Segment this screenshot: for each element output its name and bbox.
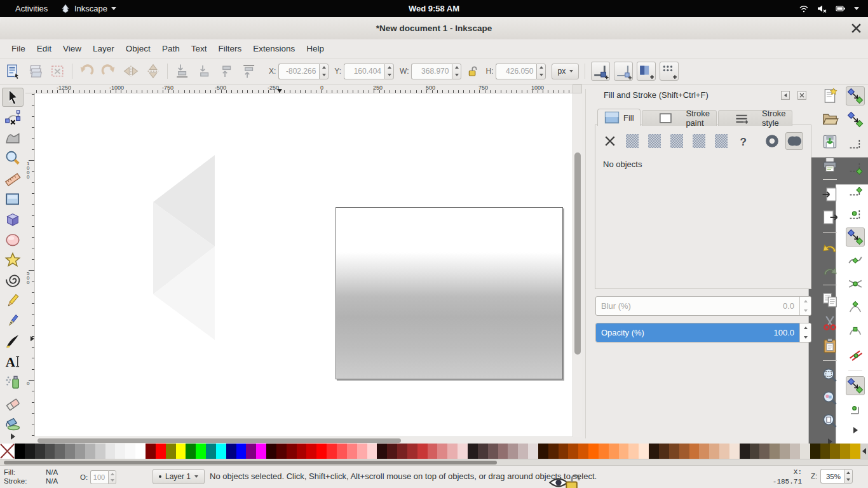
fillrule-nonzero-toggle[interactable]	[785, 132, 803, 150]
palette-prev-button[interactable]	[860, 444, 868, 459]
object-opacity-spinner[interactable]	[108, 470, 116, 484]
palette-swatch[interactable]	[15, 444, 25, 459]
affect-stroke-toggle[interactable]	[591, 62, 610, 81]
cms-toggle-button[interactable]	[573, 85, 582, 93]
palette-swatch[interactable]	[599, 444, 609, 459]
palette-swatch[interactable]	[115, 444, 125, 459]
tab-stroke-style[interactable]: Stroke style	[718, 110, 792, 126]
fill-stroke-indicator[interactable]: Fill: N/A Stroke: N/A	[4, 468, 58, 486]
x-spinner[interactable]	[319, 64, 329, 79]
paint-swatch-button[interactable]	[714, 133, 728, 149]
paint-linear-button[interactable]	[648, 133, 661, 149]
palette-swatch[interactable]	[125, 444, 135, 459]
y-spinner[interactable]	[384, 64, 394, 79]
fillrule-evenodd-toggle[interactable]	[763, 132, 781, 150]
palette-swatch[interactable]	[196, 444, 206, 459]
menu-view[interactable]: View	[57, 41, 87, 57]
palette-swatch[interactable]	[55, 444, 65, 459]
palette-swatch[interactable]	[266, 444, 276, 459]
palette-swatch[interactable]	[830, 444, 840, 459]
tool-box3d[interactable]	[2, 210, 24, 229]
flip-horizontal-button[interactable]	[123, 63, 139, 79]
palette-swatch[interactable]	[770, 444, 780, 459]
palette-swatch[interactable]	[25, 444, 35, 459]
raise-button[interactable]	[218, 63, 234, 79]
paint-radial-button[interactable]	[670, 133, 684, 149]
palette-swatch[interactable]	[65, 444, 75, 459]
raise-to-top-button[interactable]	[240, 63, 257, 79]
x-input[interactable]: -802.266	[278, 64, 319, 79]
h-spinner[interactable]	[536, 64, 546, 79]
palette-swatch[interactable]	[850, 444, 860, 459]
palette-swatch[interactable]	[407, 444, 417, 459]
menu-filters[interactable]: Filters	[212, 41, 247, 57]
palette-swatch[interactable]	[538, 444, 548, 459]
palette-swatch[interactable]	[709, 444, 719, 459]
palette-swatch[interactable]	[276, 444, 287, 459]
palette-swatch[interactable]	[367, 444, 377, 459]
palette-swatch[interactable]	[246, 444, 256, 459]
menu-edit[interactable]: Edit	[31, 41, 57, 57]
tool-rect[interactable]	[2, 189, 24, 208]
paint-pattern-button[interactable]	[692, 133, 706, 149]
select-all-layers-button[interactable]	[27, 63, 44, 79]
palette-swatch[interactable]	[327, 444, 337, 459]
cut-button[interactable]	[820, 313, 839, 332]
palette-swatch[interactable]	[559, 444, 569, 459]
paint-unknown-button[interactable]: ?	[736, 133, 750, 149]
palette-swatch[interactable]	[95, 444, 105, 459]
palette-swatch[interactable]	[649, 444, 659, 459]
snap-nodes-toggle[interactable]	[846, 227, 865, 247]
tool-bucket[interactable]	[2, 413, 24, 432]
palette-swatch[interactable]	[578, 444, 588, 459]
paint-none-button[interactable]	[603, 133, 617, 149]
snap-paths-toggle[interactable]	[846, 251, 865, 270]
palette-swatch[interactable]	[186, 444, 196, 459]
dock-close-button[interactable]	[797, 91, 806, 100]
snap-bbox-midpoints-toggle[interactable]	[846, 180, 865, 200]
tab-stroke-paint[interactable]: Stroke paint	[642, 110, 717, 126]
snap-bbox-corners-toggle[interactable]	[846, 157, 865, 176]
palette-swatch[interactable]	[679, 444, 689, 459]
height-input[interactable]: 426.050	[496, 64, 536, 79]
new-button[interactable]	[820, 86, 839, 105]
opacity-spinner[interactable]	[799, 323, 811, 342]
affect-pattern-toggle[interactable]	[660, 62, 679, 81]
unit-dropdown[interactable]: px	[552, 64, 579, 79]
width-input[interactable]: 368.970	[411, 64, 452, 79]
snap-global-toggle[interactable]	[846, 86, 865, 105]
print-button[interactable]	[820, 155, 839, 174]
opacity-slider[interactable]: Opacity (%) 100.0	[595, 323, 811, 342]
palette-swatch[interactable]	[316, 444, 327, 459]
palette-swatch[interactable]	[306, 444, 316, 459]
palette-swatch[interactable]	[458, 444, 468, 459]
tool-measure[interactable]	[2, 169, 24, 188]
snap-bbox-edges-toggle[interactable]	[846, 133, 865, 152]
palette-swatch[interactable]	[488, 444, 498, 459]
tool-zoom[interactable]	[2, 149, 24, 168]
w-spinner[interactable]	[452, 64, 461, 79]
palette-swatch[interactable]	[85, 444, 95, 459]
tool-eraser[interactable]	[2, 393, 24, 412]
palette-swatch[interactable]	[226, 444, 236, 459]
palette-swatch[interactable]	[619, 444, 629, 459]
snap-center-toggle[interactable]	[846, 400, 865, 419]
vertical-scrollbar-thumb[interactable]	[574, 152, 581, 355]
tool-selector[interactable]	[2, 88, 24, 107]
palette-swatch[interactable]	[357, 444, 367, 459]
tool-pencil[interactable]	[2, 291, 24, 310]
palette-swatch[interactable]	[176, 444, 186, 459]
palette-swatch[interactable]	[729, 444, 740, 459]
snap-intersections-toggle[interactable]	[846, 274, 865, 294]
palette-swatch[interactable]	[518, 444, 528, 459]
palette-swatch[interactable]	[588, 444, 599, 459]
zoom-page-button[interactable]	[820, 412, 839, 431]
palette-swatch[interactable]	[780, 444, 790, 459]
system-status-area[interactable]	[799, 4, 859, 13]
menu-layer[interactable]: Layer	[87, 41, 120, 57]
menu-text[interactable]: Text	[186, 41, 213, 57]
horizontal-ruler[interactable]: -1250-1000-750-500-25002505007501000	[35, 85, 573, 93]
snap-midpoints-toggle[interactable]	[846, 345, 865, 364]
layer-selector[interactable]: Layer 1	[153, 469, 205, 484]
blur-slider[interactable]: Blur (%) 0.0	[595, 296, 811, 316]
